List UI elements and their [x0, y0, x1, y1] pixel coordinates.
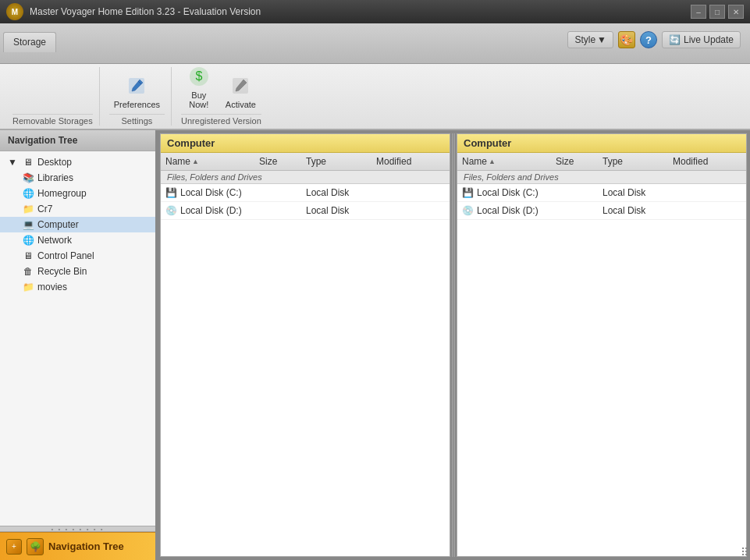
tree-item-recycle-bin[interactable]: 🗑 Recycle Bin: [0, 264, 155, 279]
right-col-modified-label: Modified: [673, 156, 708, 167]
desktop-icon: 🖥: [22, 156, 34, 168]
right-row-d-label: Local Disk (D:): [477, 205, 539, 216]
right-row-d-icon: 💿: [462, 205, 474, 216]
file-panels: Computer Name ▲ Size Type Modified Files…: [157, 130, 750, 560]
activate-button[interactable]: Activate: [221, 70, 261, 112]
cr7-label: Cr7: [37, 204, 52, 214]
computer-icon: 💻: [22, 218, 34, 231]
left-row-c-name: 💾 Local Disk (C:): [161, 186, 254, 200]
right-col-name-label: Name: [462, 156, 487, 167]
panel-separator[interactable]: [452, 133, 455, 557]
right-col-modified[interactable]: Modified: [668, 154, 746, 168]
recycle-bin-icon: 🗑: [22, 265, 34, 278]
tree-item-libraries[interactable]: 📚 Libraries: [0, 170, 155, 186]
left-col-name-label: Name: [165, 156, 190, 167]
left-row-c-icon: 💾: [165, 187, 177, 198]
homegroup-icon: 🌐: [22, 187, 34, 200]
right-row-d-name: 💿 Local Disk (D:): [457, 204, 551, 218]
right-row-c-name: 💾 Local Disk (C:): [457, 186, 551, 200]
buy-now-label: BuyNow!: [189, 90, 208, 109]
live-update-icon: 🔄: [669, 34, 681, 45]
cr7-icon: 📁: [22, 203, 34, 215]
left-row-d-label: Local Disk (D:): [180, 205, 242, 216]
right-row-c-size: [551, 191, 598, 194]
left-col-modified[interactable]: Modified: [371, 154, 450, 168]
right-panel-columns: Name ▲ Size Type Modified: [457, 153, 746, 171]
unregistered-group-label: Unregistered Version: [181, 114, 261, 126]
right-col-name-sort: ▲: [489, 158, 496, 165]
svg-text:$: $: [195, 69, 202, 83]
tree-item-movies[interactable]: 📁 movies: [0, 279, 155, 295]
tree-item-cr7[interactable]: 📁 Cr7: [0, 201, 155, 217]
left-row-d-type: Local Disk: [301, 204, 371, 218]
right-col-size[interactable]: Size: [551, 154, 598, 168]
window-controls: – □ ✕: [691, 5, 744, 19]
movies-icon: 📁: [22, 281, 34, 293]
main-layout: Navigation Tree ▼ 🖥 Desktop 📚 Libraries …: [0, 130, 750, 560]
right-col-size-label: Size: [556, 156, 574, 167]
right-col-type[interactable]: Type: [598, 154, 668, 168]
right-row-c-modified: [668, 191, 746, 194]
theme-icon[interactable]: 🎨: [618, 31, 635, 48]
storage-tab[interactable]: Storage: [3, 32, 56, 52]
minimize-button[interactable]: –: [691, 5, 706, 19]
nav-bottom-add-icon: +: [6, 539, 22, 555]
left-col-size[interactable]: Size: [254, 154, 301, 168]
nav-tree: ▼ 🖥 Desktop 📚 Libraries 🌐 Homegroup 📁 Cr…: [0, 151, 155, 526]
live-update-button[interactable]: 🔄 Live Update: [662, 31, 741, 48]
preferences-icon: [124, 73, 149, 98]
nav-bottom-bar: + 🌳 Navigation Tree: [0, 532, 155, 560]
nav-header: Navigation Tree: [0, 130, 155, 151]
live-update-label: Live Update: [684, 34, 734, 45]
movies-label: movies: [37, 282, 67, 292]
libraries-label: Libraries: [37, 172, 73, 183]
tree-item-control-panel[interactable]: 🖥 Control Panel: [0, 248, 155, 264]
tree-item-computer[interactable]: 💻 Computer: [0, 217, 155, 232]
help-button[interactable]: ?: [640, 31, 657, 48]
right-row-d-type: Local Disk: [598, 204, 668, 218]
close-button[interactable]: ✕: [728, 5, 744, 19]
preferences-label: Preferences: [114, 100, 160, 109]
left-col-type-label: Type: [306, 156, 326, 167]
nav-divider[interactable]: • • • • • • • •: [0, 526, 155, 532]
tree-item-homegroup[interactable]: 🌐 Homegroup: [0, 186, 155, 201]
recycle-bin-label: Recycle Bin: [37, 266, 87, 277]
right-row-c[interactable]: 💾 Local Disk (C:) Local Disk: [457, 184, 746, 202]
app-icon: M: [6, 3, 23, 20]
right-row-c-type: Local Disk: [598, 186, 668, 200]
left-row-d-modified: [371, 209, 450, 212]
buy-now-icon: $: [187, 64, 211, 89]
style-chevron-icon: ▼: [597, 34, 606, 45]
tree-item-desktop[interactable]: ▼ 🖥 Desktop: [0, 154, 155, 170]
left-panel-header: Computer: [161, 134, 450, 153]
left-col-name[interactable]: Name ▲: [161, 154, 254, 168]
right-col-name[interactable]: Name ▲: [457, 154, 551, 168]
left-row-c[interactable]: 💾 Local Disk (C:) Local Disk: [161, 184, 450, 202]
right-panel-header: Computer: [457, 134, 746, 153]
style-button[interactable]: Style ▼: [567, 31, 613, 48]
right-section-label: Files, Folders and Drives: [457, 171, 746, 184]
right-row-c-icon: 💾: [462, 187, 474, 198]
navigation-pane: Navigation Tree ▼ 🖥 Desktop 📚 Libraries …: [0, 130, 157, 560]
right-row-d[interactable]: 💿 Local Disk (D:) Local Disk: [457, 202, 746, 220]
nav-bottom-label: Navigation Tree: [48, 541, 124, 552]
removable-storages-label: Removable Storages: [12, 114, 93, 126]
left-row-d[interactable]: 💿 Local Disk (D:) Local Disk: [161, 202, 450, 220]
title-bar-left: M Master Voyager Home Edition 3.23 - Eva…: [6, 3, 261, 20]
preferences-button[interactable]: Preferences: [109, 70, 165, 112]
left-col-type[interactable]: Type: [301, 154, 371, 168]
ribbon-group-settings: Preferences Settings: [103, 67, 172, 126]
activate-label: Activate: [226, 100, 256, 109]
left-row-c-label: Local Disk (C:): [180, 187, 242, 198]
left-section-label: Files, Folders and Drives: [161, 171, 450, 184]
left-row-c-modified: [371, 191, 450, 194]
left-row-d-icon: 💿: [165, 205, 177, 216]
network-icon: 🌐: [22, 234, 34, 246]
libraries-icon: 📚: [22, 172, 34, 184]
tree-item-network[interactable]: 🌐 Network: [0, 232, 155, 248]
resize-handle[interactable]: ⠿: [741, 546, 748, 558]
activate-icon: [228, 73, 253, 98]
buy-now-button[interactable]: $ BuyNow!: [182, 61, 216, 112]
desktop-expand-icon: ▼: [6, 156, 19, 168]
maximize-button[interactable]: □: [709, 5, 725, 19]
